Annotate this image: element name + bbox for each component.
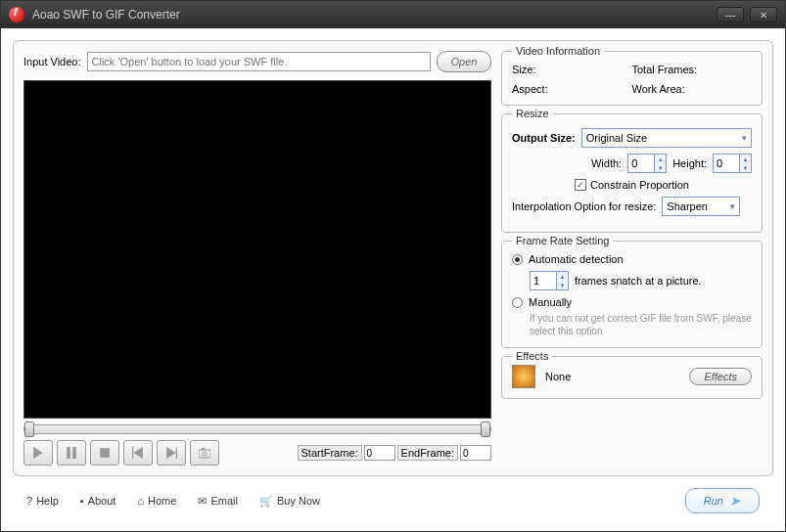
total-frames-label: Total Frames: — [632, 64, 753, 75]
snatch-input[interactable] — [531, 272, 556, 289]
right-column: Video Information Size: Total Frames: As… — [501, 51, 763, 466]
interpolation-value: Sharpen — [667, 200, 708, 212]
width-input[interactable] — [628, 155, 654, 172]
chevron-down-icon: ▾ — [742, 133, 747, 143]
frame-rate-legend: Frame Rate Setting — [512, 235, 613, 246]
height-up[interactable]: ▲ — [739, 155, 751, 163]
snatch-down[interactable]: ▼ — [556, 281, 568, 289]
stop-button[interactable] — [90, 440, 119, 466]
effects-legend: Effects — [512, 350, 552, 362]
width-label: Width: — [591, 157, 622, 169]
size-label: Size: — [512, 64, 632, 75]
frame-rate-group: Frame Rate Setting Automatic detection ▲… — [501, 241, 763, 348]
height-input[interactable] — [714, 155, 739, 172]
help-icon: ? — [26, 495, 32, 507]
prev-frame-button[interactable] — [123, 440, 153, 466]
svg-rect-5 — [199, 450, 210, 458]
width-down[interactable]: ▼ — [654, 163, 666, 172]
about-link[interactable]: ▪About — [80, 495, 116, 507]
svg-rect-1 — [72, 447, 76, 459]
interpolation-select[interactable]: Sharpen ▾ — [662, 197, 740, 216]
email-icon: ✉ — [198, 495, 207, 508]
manually-label: Manually — [529, 296, 572, 308]
output-size-select[interactable]: Original Size ▾ — [581, 128, 752, 148]
snapshot-button[interactable] — [190, 440, 219, 466]
video-information-legend: Video Information — [512, 45, 604, 57]
seek-handle-end[interactable] — [481, 421, 490, 437]
run-arrow-icon: ➤ — [729, 493, 741, 509]
snatch-spinner[interactable]: ▲▼ — [530, 271, 569, 290]
manually-hint: If you can not get correct GIF file from… — [530, 312, 752, 337]
interpolation-label: Interpolation Option for resize: — [512, 200, 656, 212]
minimize-button[interactable]: — — [717, 7, 744, 22]
manually-radio[interactable] — [512, 297, 523, 308]
svg-rect-7 — [202, 448, 205, 450]
seek-slider[interactable] — [23, 424, 491, 434]
input-video-field[interactable] — [87, 52, 431, 71]
height-down[interactable]: ▼ — [739, 163, 751, 172]
svg-rect-2 — [100, 448, 110, 458]
height-label: Height: — [672, 157, 707, 169]
work-area-label: Work Area: — [632, 83, 753, 95]
svg-rect-0 — [67, 447, 70, 459]
play-button[interactable] — [23, 440, 53, 466]
snatch-suffix: frames snatch at a picture. — [575, 275, 702, 287]
effect-thumbnail — [512, 365, 535, 388]
output-size-value: Original Size — [586, 132, 647, 144]
about-icon: ▪ — [80, 495, 84, 507]
app-icon — [9, 7, 24, 22]
svg-rect-4 — [176, 447, 177, 459]
resize-group: Resize Output Size: Original Size ▾ Widt… — [501, 113, 763, 233]
app-window: Aoao SWF to GIF Converter — ✕ Input Vide… — [0, 0, 786, 532]
buy-now-link[interactable]: 🛒Buy Now — [259, 495, 320, 508]
open-button[interactable]: Open — [437, 51, 491, 72]
help-link[interactable]: ?Help — [26, 495, 59, 507]
automatic-detection-label: Automatic detection — [529, 253, 624, 265]
constrain-proportion-label: Constrain Proportion — [590, 179, 689, 191]
end-frame-label: EndFrame: — [397, 445, 458, 461]
home-icon: ⌂ — [137, 495, 144, 507]
seek-handle-start[interactable] — [24, 421, 34, 437]
resize-legend: Resize — [512, 108, 553, 119]
input-video-label: Input Video: — [23, 56, 81, 67]
chevron-down-icon: ▾ — [730, 201, 735, 211]
next-frame-button[interactable] — [157, 440, 186, 466]
pause-button[interactable] — [57, 440, 86, 466]
email-link[interactable]: ✉Email — [198, 495, 238, 508]
constrain-proportion-checkbox[interactable]: ✓ — [575, 179, 586, 191]
end-frame-input[interactable] — [460, 445, 491, 461]
svg-rect-3 — [132, 447, 133, 459]
left-column: Input Video: Open — [23, 51, 491, 466]
body: Input Video: Open — [1, 28, 785, 531]
close-button[interactable]: ✕ — [750, 7, 777, 22]
start-frame-label: StartFrame: — [298, 445, 362, 461]
video-preview — [23, 80, 491, 419]
effects-group: Effects None Effects — [501, 356, 763, 399]
width-spinner[interactable]: ▲▼ — [627, 154, 667, 173]
height-spinner[interactable]: ▲▼ — [713, 154, 752, 173]
bottom-bar: ?Help ▪About ⌂Home ✉Email 🛒Buy Now Run➤ — [13, 482, 773, 519]
width-up[interactable]: ▲ — [654, 155, 666, 163]
snatch-up[interactable]: ▲ — [556, 272, 568, 281]
aspect-label: Aspect: — [512, 83, 632, 95]
effect-current: None — [545, 371, 571, 382]
start-frame-input[interactable] — [364, 445, 395, 461]
main-panel: Input Video: Open — [13, 40, 773, 476]
run-button[interactable]: Run➤ — [685, 488, 760, 513]
home-link[interactable]: ⌂Home — [137, 495, 176, 507]
window-title: Aoao SWF to GIF Converter — [32, 8, 717, 22]
automatic-detection-radio[interactable] — [512, 254, 523, 265]
output-size-label: Output Size: — [512, 132, 576, 144]
titlebar: Aoao SWF to GIF Converter — ✕ — [1, 1, 785, 28]
svg-point-6 — [203, 452, 207, 456]
cart-icon: 🛒 — [259, 495, 273, 508]
video-information-group: Video Information Size: Total Frames: As… — [501, 51, 763, 106]
effects-button[interactable]: Effects — [689, 368, 752, 385]
